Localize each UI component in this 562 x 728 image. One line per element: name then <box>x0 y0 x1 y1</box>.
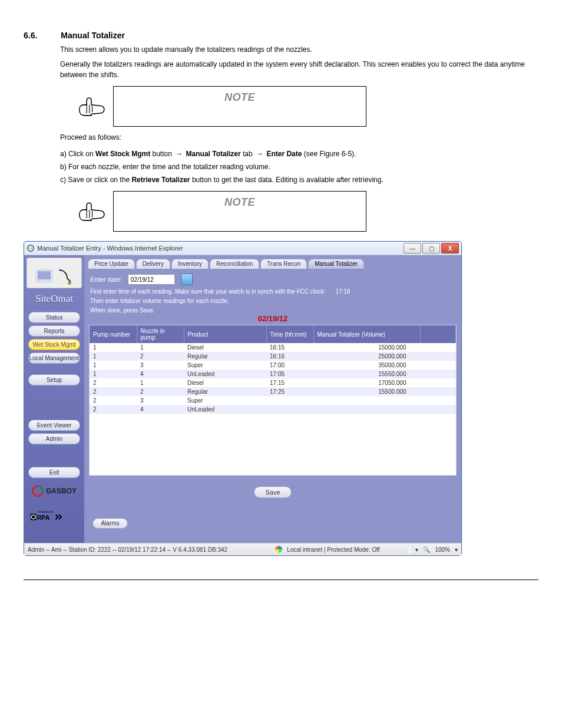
cell-volume[interactable]: 25000.000 <box>313 352 421 361</box>
step-a-mid1: button <box>153 150 174 158</box>
cell-spacer <box>421 370 456 378</box>
cell-nozzle: 3 <box>137 396 184 405</box>
tab-bar: Price Update Delivery Inventory Reconcil… <box>84 255 461 269</box>
app-window: Manual Totalizer Entry - Windows Interne… <box>24 241 462 556</box>
save-button[interactable]: Save <box>254 486 292 498</box>
gasboy-logo: GASBOY <box>32 485 77 497</box>
cell-spacer <box>421 405 456 414</box>
zoom-icon[interactable]: 🔍 <box>423 546 430 553</box>
cell-volume[interactable]: 15550.000 <box>313 370 421 378</box>
cell-pump: 2 <box>90 405 137 414</box>
table-row[interactable]: 12Regular16:1625000.000 <box>90 352 456 361</box>
table-row[interactable]: 23Super <box>90 396 456 405</box>
cell-spacer <box>421 387 456 396</box>
status-bar: Admin -- Ami -- Station ID: 2222 -- 02/1… <box>24 543 461 555</box>
procedure-steps: a) Click on Wet Stock Mgmt button → Manu… <box>60 148 538 186</box>
sidebar-localmgmt[interactable]: Local Management <box>28 353 80 364</box>
cell-product: Regular <box>184 387 266 396</box>
cell-time[interactable]: 17:15 <box>266 378 313 387</box>
note-label: NOTE <box>122 196 358 209</box>
status-left: Admin -- Ami -- Station ID: 2222 -- 02/1… <box>28 546 227 553</box>
note-1-text: Before you start, make sure that your wa… <box>122 106 358 120</box>
gasboy-text: GASBOY <box>46 487 77 495</box>
table-row[interactable]: 11Diesel16:1515000.000 <box>90 343 456 352</box>
cell-nozzle: 3 <box>137 361 184 370</box>
sidebar-status[interactable]: Status <box>28 312 80 323</box>
cell-volume[interactable]: 15000.000 <box>313 343 421 352</box>
sidebar-wetstock[interactable]: Wet Stock Mgmt <box>28 339 80 350</box>
cell-volume[interactable]: 17050.000 <box>313 378 421 387</box>
cell-product: Diesel <box>184 343 266 352</box>
cell-volume[interactable]: 15500.000 <box>313 387 421 396</box>
pointing-hand-icon <box>77 94 106 120</box>
instruction-1: First enter time of each reading. Make s… <box>84 288 461 297</box>
sidebar-setup[interactable]: Setup <box>28 374 80 386</box>
footer-rule <box>24 579 538 580</box>
tab-manual-totalizer[interactable]: Manual Totalizer <box>308 259 364 269</box>
page-icon[interactable]: 📄 ▾ <box>407 546 419 553</box>
cell-pump: 1 <box>90 370 137 378</box>
zoom-dropdown-icon[interactable]: ▾ <box>455 546 458 553</box>
minimize-button[interactable]: — <box>404 243 421 253</box>
cell-pump: 1 <box>90 361 137 370</box>
fcc-clock: 17:18 <box>335 288 350 296</box>
alarms-button[interactable]: Alarms <box>92 518 128 529</box>
table-row[interactable]: 13Super17:0035000.000 <box>90 361 456 370</box>
table-row[interactable]: 21Diesel17:1517050.000 <box>90 378 456 387</box>
sidebar-eventviewer[interactable]: Event Viewer <box>28 420 80 431</box>
step-a-seebelow: (see Figure 6-5). <box>304 150 356 158</box>
close-button[interactable]: X <box>441 243 459 253</box>
cell-time[interactable]: 17:05 <box>266 370 313 378</box>
calendar-icon[interactable] <box>181 274 193 285</box>
cell-time[interactable]: 17:00 <box>266 361 313 370</box>
step-a: a) Click on Wet Stock Mgmt button → Manu… <box>60 148 538 160</box>
cell-volume[interactable] <box>313 405 421 414</box>
section-number: 6.6. <box>24 31 59 40</box>
svg-rect-2 <box>38 271 51 279</box>
cell-product: UnLeaded <box>184 405 266 414</box>
maximize-button[interactable]: ▢ <box>422 243 440 253</box>
sidebar-admin[interactable]: Admin <box>28 433 80 444</box>
table-row[interactable]: 24UnLeaded <box>90 405 456 414</box>
cell-pump: 2 <box>90 396 137 405</box>
col-time: Time (hh:mm) <box>266 325 313 343</box>
cell-spacer <box>421 396 456 405</box>
zone-icon <box>275 546 282 553</box>
sidebar-exit[interactable]: Exit <box>28 467 80 478</box>
col-nozzle: Nozzle in pump <box>137 325 184 343</box>
step-a-pre: a) Click on <box>60 150 95 158</box>
cell-time[interactable]: 16:15 <box>266 343 313 352</box>
logo-image <box>27 258 82 288</box>
step-b: b) For each nozzle, enter the time and t… <box>60 162 538 172</box>
cell-pump: 2 <box>90 387 137 396</box>
table-row[interactable]: 14UnLeaded17:0515550.000 <box>90 370 456 378</box>
cell-time[interactable] <box>266 405 313 414</box>
pointing-hand-icon <box>77 199 106 225</box>
cell-spacer <box>421 352 456 361</box>
cell-product: Super <box>184 396 266 405</box>
cell-product: Diesel <box>184 378 266 387</box>
cell-time[interactable]: 16:16 <box>266 352 313 361</box>
cell-volume[interactable] <box>313 396 421 405</box>
step-a-b2: Manual Totalizer <box>186 150 241 158</box>
cell-pump: 1 <box>90 343 137 352</box>
brand-name: SiteOmat <box>35 293 73 305</box>
cell-time[interactable] <box>266 396 313 405</box>
tab-inventory[interactable]: Inventory <box>171 259 209 269</box>
sidebar-reports[interactable]: Reports <box>28 325 80 337</box>
enter-date-input[interactable] <box>128 274 175 285</box>
svg-point-3 <box>68 281 71 285</box>
tab-delivery[interactable]: Delivery <box>136 259 170 269</box>
tab-reconciliation[interactable]: Reconciliation <box>210 259 259 269</box>
cell-volume[interactable]: 35000.000 <box>313 361 421 370</box>
poweredby-label: POWERED BY <box>38 510 54 513</box>
cell-time[interactable]: 17:25 <box>266 387 313 396</box>
proceed-head: Proceed as follows: <box>60 133 538 143</box>
tab-price-update[interactable]: Price Update <box>88 259 135 269</box>
note-label: NOTE <box>122 91 358 104</box>
tab-trans-recon[interactable]: Trans Recon <box>260 259 307 269</box>
note-2: NOTE The date in the center of the grid … <box>77 191 538 232</box>
para-2: Generally the totalizers readings are au… <box>60 60 538 80</box>
table-row[interactable]: 22Regular17:2515500.000 <box>90 387 456 396</box>
step-c-b1: Retrieve Totalizer <box>131 176 190 184</box>
